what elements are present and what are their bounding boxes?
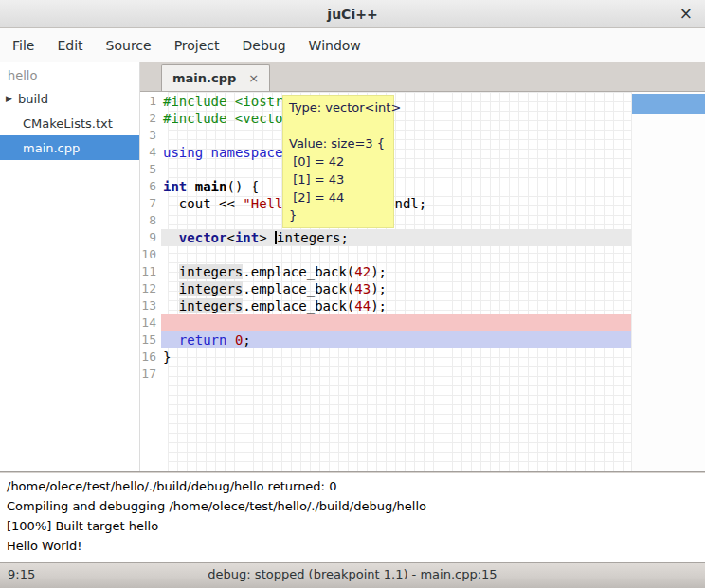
menu-source[interactable]: Source <box>95 31 163 60</box>
line-number[interactable]: 4 <box>140 144 161 161</box>
line-number[interactable]: 3 <box>140 127 161 144</box>
code-line[interactable]: 15 return 0; <box>140 331 631 348</box>
scrollbar-thumb[interactable] <box>632 94 705 114</box>
window-close-icon[interactable]: × <box>679 4 693 23</box>
code-text: vector<int> integers; <box>161 229 631 246</box>
tab-label: main.cpp <box>172 71 236 85</box>
project-name[interactable]: hello <box>0 62 139 86</box>
sidebar-item-main.cpp[interactable]: main.cpp <box>0 135 139 160</box>
tooltip-line: Value: size=3 { <box>289 134 388 152</box>
menu-window[interactable]: Window <box>298 31 372 60</box>
line-number[interactable]: 15 <box>140 331 161 348</box>
menu-edit[interactable]: Edit <box>45 31 94 60</box>
code-text: integers.emplace_back(44); <box>161 297 631 314</box>
line-number[interactable]: 5 <box>140 161 161 178</box>
tab-close-icon[interactable]: × <box>248 71 259 85</box>
code-text: return 0; <box>161 331 631 348</box>
tooltip-line: [1] = 43 <box>289 170 388 188</box>
code-text: int main() { <box>161 178 631 195</box>
tooltip-line: [0] = 42 <box>289 152 388 170</box>
line-number[interactable]: 2 <box>140 110 161 127</box>
code-text: using namespace std; <box>161 144 631 161</box>
output-line: /home/olece/test/hello/./build/debug/hel… <box>7 476 705 496</box>
code-text: cout << "Hello World!" << endl; <box>161 195 631 212</box>
line-number[interactable]: 8 <box>140 212 161 229</box>
tooltip-line: [2] = 44 <box>289 188 388 206</box>
sidebar-file-browser: hello ▶buildCMakeLists.txtmain.cpp <box>0 62 140 471</box>
menu-project[interactable]: Project <box>163 31 231 60</box>
code-line[interactable]: 13 integers.emplace_back(44); <box>140 297 631 314</box>
line-number[interactable]: 17 <box>140 365 161 383</box>
expander-triangle-icon[interactable]: ▶ <box>0 94 18 103</box>
code-text <box>161 161 631 178</box>
line-number[interactable]: 13 <box>140 297 161 314</box>
file-tree: ▶buildCMakeLists.txtmain.cpp <box>0 86 139 160</box>
code-text <box>161 365 631 383</box>
window-title: juCi++ <box>327 7 377 22</box>
line-number[interactable]: 16 <box>140 348 161 365</box>
status-bar: 9:15 debug: stopped (breakpoint 1.1) - m… <box>0 562 705 588</box>
editor-minimap[interactable] <box>631 92 705 471</box>
code-line[interactable]: 11 integers.emplace_back(42); <box>140 263 631 280</box>
line-number[interactable]: 6 <box>140 178 161 195</box>
output-line: Hello World! <box>7 536 705 556</box>
file-label: build <box>18 92 48 106</box>
line-number[interactable]: 12 <box>140 280 161 297</box>
tooltip-line: Type: vector<int> <box>289 98 388 116</box>
code-text: integers.emplace_back(43); <box>161 280 631 297</box>
status-message: debug: stopped (breakpoint 1.1) - main.c… <box>0 563 705 581</box>
code-text <box>161 314 631 331</box>
code-text: } <box>161 348 631 365</box>
file-label: main.cpp <box>23 141 80 155</box>
sidebar-item-build[interactable]: ▶build <box>0 86 139 111</box>
menu-debug[interactable]: Debug <box>231 31 298 60</box>
tooltip-line: } <box>289 206 388 224</box>
line-number[interactable]: 7 <box>140 195 161 212</box>
jucipp-window: juCi++ × FileEditSourceProjectDebugWindo… <box>0 0 705 588</box>
line-number[interactable]: 9 <box>140 229 161 246</box>
code-text: integers.emplace_back(42); <box>161 263 631 280</box>
code-line[interactable]: 17 <box>140 365 631 383</box>
debug-value-tooltip: Type: vector<int> Value: size=3 { [0] = … <box>282 95 394 228</box>
line-number[interactable]: 14 <box>140 314 161 331</box>
code-line[interactable]: 16} <box>140 348 631 365</box>
line-number[interactable]: 1 <box>140 93 161 110</box>
output-line: [100%] Built target hello <box>7 516 705 536</box>
output-panel[interactable]: /home/olece/test/hello/./build/debug/hel… <box>0 473 705 562</box>
file-label: CMakeLists.txt <box>23 116 113 131</box>
code-text <box>161 246 631 263</box>
code-text <box>161 127 631 144</box>
status-time: 9:15 <box>8 567 35 581</box>
code-text <box>161 212 631 229</box>
line-number[interactable]: 10 <box>140 246 161 263</box>
menu-bar: FileEditSourceProjectDebugWindow <box>0 28 705 62</box>
code-line[interactable]: 14 <box>140 314 631 331</box>
code-line[interactable]: 9 vector<int> integers; <box>140 229 631 246</box>
output-line: Compiling and debugging /home/olece/test… <box>7 496 705 516</box>
sidebar-item-cmakelists.txt[interactable]: CMakeLists.txt <box>0 111 139 135</box>
menu-file[interactable]: File <box>1 31 45 60</box>
code-line[interactable]: 12 integers.emplace_back(43); <box>140 280 631 297</box>
title-bar[interactable]: juCi++ × <box>0 0 705 28</box>
tab-bar: main.cpp × <box>140 62 705 92</box>
tooltip-line <box>289 116 388 134</box>
tab-main-cpp[interactable]: main.cpp × <box>161 64 270 91</box>
code-editor[interactable]: 1#include <iostream>2#include <vector>34… <box>140 92 705 471</box>
line-number[interactable]: 11 <box>140 263 161 280</box>
code-line[interactable]: 10 <box>140 246 631 263</box>
